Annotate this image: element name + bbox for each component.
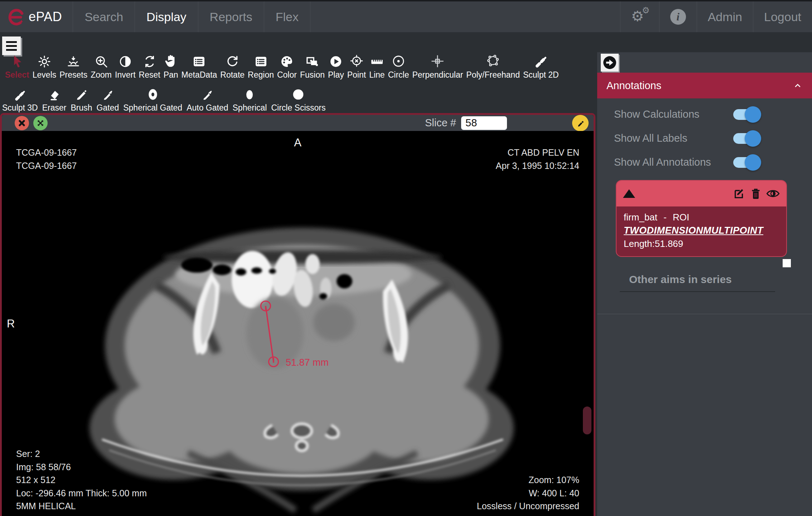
tool-auto-gated[interactable]: Auto Gated bbox=[187, 85, 228, 112]
other-aims-heading: Other aims in series bbox=[620, 273, 775, 292]
image-viewport: Slice # bbox=[0, 113, 595, 516]
settings-button[interactable]: ⚙⚙ bbox=[620, 1, 659, 32]
annotation-card[interactable]: firm_bat - ROI TWODIMENSIONMULTIPOINT Le… bbox=[616, 180, 787, 257]
tool-pan[interactable]: Pan bbox=[164, 52, 178, 79]
tool-line[interactable]: Line bbox=[369, 52, 385, 79]
small-brush-icon bbox=[101, 85, 114, 102]
tool-reset[interactable]: Reset bbox=[139, 52, 160, 79]
tool-spherical[interactable]: Spherical bbox=[233, 85, 267, 112]
small-brush-icon bbox=[201, 85, 214, 102]
expand-arrows-icon bbox=[36, 119, 45, 127]
annotations-sidebar: Annotations Show Calculations Show All L… bbox=[597, 52, 812, 516]
admin-button[interactable]: Admin bbox=[697, 1, 753, 32]
pen-diagonal-icon bbox=[534, 52, 548, 69]
slice-number-input[interactable] bbox=[461, 116, 507, 130]
tab-reports[interactable]: Reports bbox=[198, 1, 264, 32]
tool-perpendicular[interactable]: Perpendicular bbox=[412, 52, 463, 79]
collapse-panel-button[interactable] bbox=[601, 54, 619, 72]
orientation-marker-right: R bbox=[7, 317, 15, 330]
tool-rotate[interactable]: Rotate bbox=[220, 52, 245, 79]
nav-tabs: Search Display Reports Flex bbox=[73, 1, 310, 32]
toolbar-row-1: Select Levels Presets Z bbox=[5, 52, 559, 79]
tool-levels[interactable]: Levels bbox=[33, 52, 56, 79]
rotate-arrow-icon bbox=[225, 52, 240, 69]
tool-circle-scissors[interactable]: Circle Scissors bbox=[271, 85, 325, 112]
tool-eraser[interactable]: Eraser bbox=[42, 85, 67, 112]
ct-image-area[interactable]: 51.87 mm A R TCGA-09-1667 TCGA-09-1667 C… bbox=[2, 131, 594, 516]
logout-button[interactable]: Logout bbox=[753, 1, 812, 32]
hamburger-icon bbox=[6, 41, 17, 43]
edit-slice-button[interactable] bbox=[572, 115, 589, 131]
tab-flex[interactable]: Flex bbox=[264, 1, 310, 32]
cursor-icon bbox=[11, 52, 23, 69]
half-circle-icon bbox=[118, 52, 132, 69]
crosshair-target-icon bbox=[349, 52, 364, 69]
tool-circle[interactable]: Circle bbox=[388, 52, 409, 79]
patient-id-line2: TCGA-09-1667 bbox=[16, 159, 77, 172]
patient-info: TCGA-09-1667 TCGA-09-1667 bbox=[16, 146, 77, 172]
tool-poly-freehand[interactable]: Poly/Freehand bbox=[466, 52, 520, 79]
expand-viewport-button[interactable] bbox=[33, 116, 48, 130]
tool-spherical-gated[interactable]: Spherical Gated bbox=[123, 85, 182, 112]
close-viewport-button[interactable] bbox=[15, 116, 29, 130]
ruler-icon bbox=[369, 52, 385, 69]
slice-scrollbar-thumb[interactable] bbox=[583, 407, 591, 434]
show-all-labels-toggle[interactable] bbox=[733, 133, 759, 144]
show-all-labels-label: Show All Labels bbox=[614, 132, 733, 144]
tool-select[interactable]: Select bbox=[5, 52, 29, 79]
tab-search[interactable]: Search bbox=[73, 1, 135, 32]
perpendicular-cross-icon bbox=[430, 52, 445, 69]
series-number: Ser: 2 bbox=[16, 447, 147, 461]
eraser-icon bbox=[48, 85, 61, 102]
tool-region[interactable]: Region bbox=[248, 52, 274, 79]
series-description: 5MM HELICAL bbox=[16, 500, 147, 513]
info-button[interactable]: i bbox=[659, 1, 697, 32]
tool-point[interactable]: Point bbox=[347, 52, 366, 79]
tool-sculpt-3d[interactable]: Sculpt 3D bbox=[2, 85, 38, 112]
series-info: Ser: 2 Img: 58 58/76 512 x 512 Loc: -296… bbox=[16, 447, 147, 513]
magnifier-plus-icon bbox=[94, 52, 108, 69]
list-icon bbox=[254, 52, 268, 69]
filled-circle-icon bbox=[291, 85, 305, 102]
study-info: CT ABD PELV EN Apr 3, 1995 10:52:14 bbox=[496, 146, 579, 172]
triangle-up-icon[interactable] bbox=[623, 189, 635, 198]
annotation-card-body: firm_bat - ROI TWODIMENSIONMULTIPOINT Le… bbox=[617, 206, 786, 256]
epad-logo: ePAD bbox=[0, 1, 73, 32]
tool-fusion[interactable]: Fusion bbox=[300, 52, 325, 79]
measurement-label: 51.87 mm bbox=[286, 357, 329, 368]
annotations-title: Annotations bbox=[606, 80, 661, 92]
display-info: Zoom: 107% W: 400 L: 40 Lossless / Uncom… bbox=[477, 473, 579, 513]
tab-display[interactable]: Display bbox=[135, 1, 198, 32]
tool-sculpt-2d[interactable]: Sculpt 2D bbox=[523, 52, 559, 79]
study-datetime: Apr 3, 1995 10:52:14 bbox=[496, 159, 579, 172]
annotations-header[interactable]: Annotations bbox=[597, 73, 812, 98]
tool-gated[interactable]: Gated bbox=[97, 85, 119, 112]
tool-zoom[interactable]: Zoom bbox=[91, 52, 112, 79]
info-circle-icon: i bbox=[670, 9, 686, 25]
tool-presets[interactable]: Presets bbox=[59, 52, 87, 79]
tool-metadata[interactable]: MetaData bbox=[182, 52, 217, 79]
trash-icon[interactable] bbox=[750, 188, 762, 200]
tool-brush[interactable]: Brush bbox=[71, 85, 92, 112]
show-all-annotations-label: Show All Annotations bbox=[614, 156, 733, 168]
palette-icon bbox=[280, 52, 294, 69]
slice-location: Loc: -296.46 mm Thick: 5.00 mm bbox=[16, 487, 147, 500]
tool-play[interactable]: Play bbox=[328, 52, 344, 79]
show-all-annotations-toggle[interactable] bbox=[733, 157, 759, 168]
polygon-icon bbox=[485, 52, 501, 69]
panel-resize-handle[interactable] bbox=[783, 259, 791, 267]
show-calculations-toggle[interactable] bbox=[733, 109, 759, 120]
show-calculations-label: Show Calculations bbox=[614, 108, 733, 120]
eye-icon[interactable] bbox=[766, 188, 780, 199]
edit-pencil-square-icon[interactable] bbox=[733, 188, 745, 200]
tool-invert[interactable]: Invert bbox=[115, 52, 136, 79]
pen-diagonal-icon bbox=[14, 85, 26, 102]
list-icon bbox=[192, 52, 206, 69]
annotation-name-line: firm_bat - ROI bbox=[624, 211, 779, 224]
slice-label: Slice # bbox=[425, 117, 456, 129]
overlap-frames-icon bbox=[305, 52, 320, 69]
sunrise-icon bbox=[66, 52, 81, 69]
image-matrix: 512 x 512 bbox=[16, 473, 147, 487]
tool-color[interactable]: Color bbox=[277, 52, 297, 79]
close-x-icon bbox=[18, 120, 25, 127]
